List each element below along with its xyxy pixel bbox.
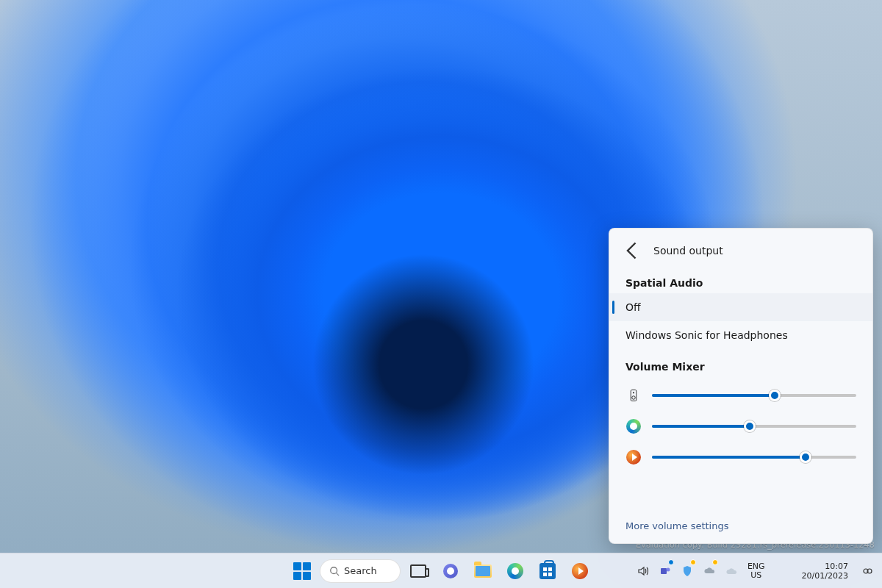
warning-badge-icon — [712, 559, 718, 565]
mixer-row-system-speaker — [625, 380, 856, 411]
start-button[interactable] — [287, 556, 317, 586]
folder-icon — [474, 564, 492, 578]
tray-clock[interactable]: 10:07 20/01/2023 — [795, 556, 856, 586]
tray-weather-icon[interactable] — [721, 556, 742, 586]
svg-point-1 — [633, 392, 634, 393]
lang-primary: ENG — [747, 562, 765, 571]
arrow-left-icon — [623, 240, 643, 261]
warning-badge-icon — [690, 559, 696, 565]
cloud-icon — [725, 565, 737, 577]
file-explorer-button[interactable] — [468, 556, 498, 586]
volume-slider-system-speaker[interactable] — [652, 394, 856, 397]
shield-icon — [681, 565, 693, 577]
tray-language-switcher[interactable]: ENG US — [743, 556, 770, 586]
tray-sound-icon[interactable] — [633, 556, 653, 586]
spatial-option-off[interactable]: Off — [609, 293, 872, 321]
svg-point-2 — [632, 396, 636, 400]
svg-line-4 — [337, 573, 340, 576]
task-view-button[interactable] — [404, 556, 433, 586]
windows-logo-icon — [293, 562, 311, 580]
search-label: Search — [344, 565, 377, 576]
edge-icon — [625, 418, 642, 434]
mixer-row-media-player — [625, 442, 856, 473]
clock-time: 10:07 — [802, 562, 848, 571]
tray-onedrive-icon[interactable] — [699, 556, 720, 586]
search-button[interactable]: Search — [320, 559, 401, 583]
volume-slider-media-player[interactable] — [652, 456, 856, 459]
onedrive-icon — [703, 565, 715, 577]
tray-quick-settings[interactable] — [771, 556, 793, 586]
search-icon — [329, 566, 340, 576]
task-view-icon — [410, 564, 426, 578]
speaker-icon — [637, 565, 649, 577]
mixer-row-edge — [625, 411, 856, 442]
lang-secondary: US — [747, 571, 765, 580]
tray-show-desktop[interactable] — [857, 556, 878, 586]
svg-point-3 — [331, 567, 337, 573]
more-volume-settings-link[interactable]: More volume settings — [609, 509, 872, 543]
back-button[interactable] — [623, 240, 643, 261]
store-icon — [539, 563, 556, 579]
media-player-button[interactable] — [565, 556, 595, 586]
media-player-icon — [625, 449, 642, 465]
chat-button[interactable] — [436, 556, 465, 586]
edge-icon — [507, 563, 523, 579]
flyout-title: Sound output — [653, 245, 723, 257]
copilot-icon — [861, 565, 873, 577]
media-player-icon — [572, 563, 588, 579]
system-speaker-icon — [625, 387, 642, 404]
clock-date: 20/01/2023 — [802, 571, 848, 581]
sound-output-flyout: Sound output Spatial Audio OffWindows So… — [609, 228, 873, 544]
tray-teams-icon[interactable] — [655, 556, 675, 586]
tray-security-icon[interactable] — [677, 556, 698, 586]
chat-icon — [443, 564, 458, 578]
svg-rect-5 — [661, 568, 667, 574]
volume-mixer-heading: Volume Mixer — [609, 349, 872, 377]
teams-icon — [659, 565, 671, 577]
notification-badge-icon — [668, 559, 674, 565]
svg-point-6 — [666, 567, 670, 571]
spatial-audio-heading: Spatial Audio — [609, 265, 872, 293]
taskbar: Search — [0, 553, 882, 588]
volume-slider-edge[interactable] — [652, 425, 856, 428]
edge-button[interactable] — [501, 556, 530, 586]
microsoft-store-button[interactable] — [533, 556, 562, 586]
spatial-option-windows-sonic-for-headphones[interactable]: Windows Sonic for Headphones — [609, 321, 872, 349]
